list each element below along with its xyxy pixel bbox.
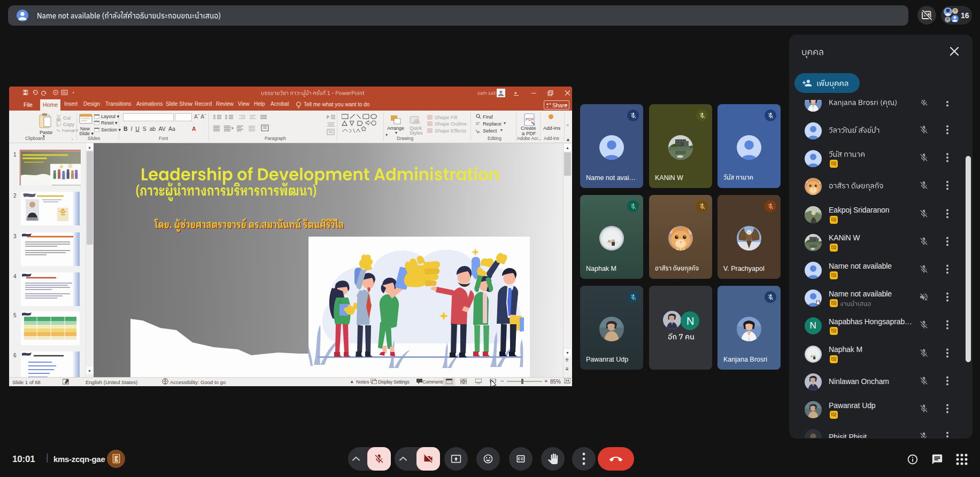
svg-text:PDF: PDF: [526, 117, 534, 122]
